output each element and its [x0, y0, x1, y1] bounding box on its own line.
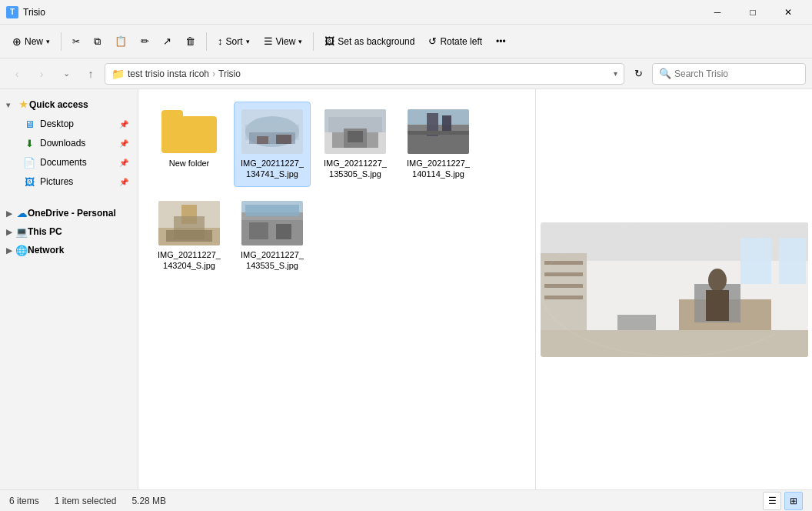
svg-rect-46: [617, 315, 656, 330]
list-item[interactable]: IMG_20211227_135305_S.jpg: [317, 102, 394, 187]
preview-image: [541, 222, 808, 357]
preview-panel: [535, 89, 812, 489]
view-toggles: ☰ ⊞: [763, 492, 803, 510]
title-bar-left: T Trisio: [6, 6, 45, 18]
forward-button[interactable]: ›: [31, 63, 52, 85]
rotate-left-button[interactable]: ↺ Rotate left: [422, 29, 488, 54]
quick-access-star-icon: ★: [17, 99, 29, 111]
selected-info: 1 item selected: [55, 496, 117, 506]
list-item[interactable]: IMG_20211227_143535_S.jpg: [234, 193, 311, 279]
cut-button[interactable]: ✂: [66, 29, 86, 54]
documents-icon: 📄: [23, 156, 35, 169]
thumb-street1: [408, 109, 469, 154]
breadcrumb-bar[interactable]: 📁 test trisio insta ricoh › Trisio ▾: [105, 63, 624, 85]
image-thumbnail: [324, 109, 386, 155]
copy-button[interactable]: ⧉: [88, 29, 107, 54]
selected-size: 5.28 MB: [131, 496, 166, 506]
svg-rect-35: [740, 238, 771, 284]
thispc-header[interactable]: ▶ 💻 This PC: [0, 222, 138, 241]
list-item[interactable]: IMG_20211227_134741_S.jpg: [234, 102, 311, 187]
search-bar[interactable]: 🔍: [652, 63, 806, 85]
rename-icon: ✏: [141, 35, 149, 47]
documents-pin-icon: 📌: [119, 159, 128, 167]
svg-rect-30: [276, 224, 291, 239]
onedrive-header[interactable]: ▶ ☁ OneDrive - Personal: [0, 204, 138, 222]
breadcrumb-folder-icon: 📁: [111, 68, 125, 80]
content-area: New folder: [138, 89, 535, 489]
more-button[interactable]: •••: [490, 29, 512, 54]
sidebar-item-desktop[interactable]: 🖥 Desktop 📌: [3, 115, 135, 133]
list-item[interactable]: IMG_20211227_140114_S.jpg: [400, 102, 477, 187]
sort-button[interactable]: ↕ Sort ▾: [211, 29, 256, 54]
onedrive-label: OneDrive - Personal: [28, 208, 131, 219]
file-name: IMG_20211227_143204_S.jpg: [158, 249, 221, 272]
onedrive-expand-icon: ▶: [6, 209, 15, 218]
set-background-button[interactable]: 🖼 Set as background: [318, 29, 421, 54]
thispc-icon: 💻: [15, 225, 28, 238]
refresh-button[interactable]: ↻: [627, 63, 649, 85]
breadcrumb-separator: ›: [212, 68, 215, 79]
close-button[interactable]: ✕: [770, 0, 806, 25]
paste-button[interactable]: 📋: [108, 29, 133, 54]
recent-button[interactable]: ⌄: [55, 63, 77, 85]
network-header[interactable]: ▶ 🌐 Network: [0, 241, 138, 259]
minimize-button[interactable]: ─: [700, 0, 735, 25]
app-title: Trisio: [23, 7, 45, 18]
sidebar-item-documents[interactable]: 📄 Documents 📌: [3, 153, 135, 172]
breadcrumb-dropdown-button[interactable]: ▾: [614, 69, 617, 78]
sidebar-pictures-label: Pictures: [40, 176, 115, 187]
file-name: IMG_20211227_135305_S.jpg: [324, 158, 387, 180]
separator-3: [313, 32, 314, 51]
view-button[interactable]: ☰ View ▾: [258, 29, 309, 54]
search-input[interactable]: [674, 68, 799, 79]
svg-rect-34: [541, 330, 808, 357]
share-icon: ↗: [163, 35, 171, 47]
search-icon: 🔍: [659, 68, 671, 79]
share-button[interactable]: ↗: [157, 29, 178, 54]
sidebar: ▾ ★ Quick access 🖥 Desktop 📌 ⬇ Downloads…: [0, 89, 138, 489]
address-bar: ‹ › ⌄ ↑ 📁 test trisio insta ricoh › Tris…: [0, 58, 812, 89]
list-item[interactable]: IMG_20211227_143204_S.jpg: [151, 193, 228, 279]
folder-thumbnail: [158, 109, 220, 155]
svg-rect-45: [544, 296, 583, 299]
status-info: 6 items 1 item selected 5.28 MB: [9, 496, 166, 506]
up-button[interactable]: ↑: [80, 63, 102, 85]
file-name: IMG_20211227_134741_S.jpg: [241, 158, 304, 180]
list-view-button[interactable]: ☰: [763, 492, 781, 510]
svg-rect-36: [779, 238, 806, 284]
grid-view-button[interactable]: ⊞: [784, 492, 803, 510]
image-thumbnail: [241, 109, 303, 155]
svg-rect-6: [276, 135, 291, 144]
quick-access-header[interactable]: ▾ ★ Quick access: [0, 95, 138, 114]
sidebar-item-pictures[interactable]: 🖼 Pictures 📌: [3, 172, 135, 191]
svg-rect-40: [706, 290, 729, 321]
sidebar-desktop-label: Desktop: [40, 119, 115, 129]
new-button[interactable]: ⊕ New ▾: [6, 29, 56, 54]
quick-access-label: Quick access: [29, 99, 131, 110]
svg-rect-44: [544, 284, 583, 288]
thumb-panorama1: [241, 109, 303, 154]
pictures-pin-icon: 📌: [119, 178, 128, 186]
desktop-icon: 🖥: [23, 118, 35, 130]
svg-rect-28: [245, 205, 299, 216]
sidebar-item-downloads[interactable]: ⬇ Downloads 📌: [3, 134, 135, 152]
new-dropdown-icon: ▾: [46, 38, 50, 45]
network-label: Network: [28, 245, 131, 256]
new-label: New: [25, 36, 43, 47]
item-count: 6 items: [9, 496, 39, 506]
rotate-left-icon: ↺: [428, 35, 437, 47]
more-icon: •••: [496, 36, 506, 47]
back-button[interactable]: ‹: [6, 63, 28, 85]
list-item[interactable]: New folder: [151, 102, 228, 187]
image-thumbnail: [241, 200, 303, 246]
delete-icon: 🗑: [185, 35, 195, 47]
rename-button[interactable]: ✏: [135, 29, 155, 54]
restore-button[interactable]: □: [735, 0, 770, 25]
svg-rect-29: [249, 222, 268, 239]
cut-icon: ✂: [72, 36, 80, 47]
svg-rect-24: [166, 230, 212, 242]
folder-icon: [161, 110, 217, 153]
delete-button[interactable]: 🗑: [179, 29, 201, 54]
view-label: View: [276, 36, 296, 47]
image-thumbnail: [408, 109, 469, 155]
